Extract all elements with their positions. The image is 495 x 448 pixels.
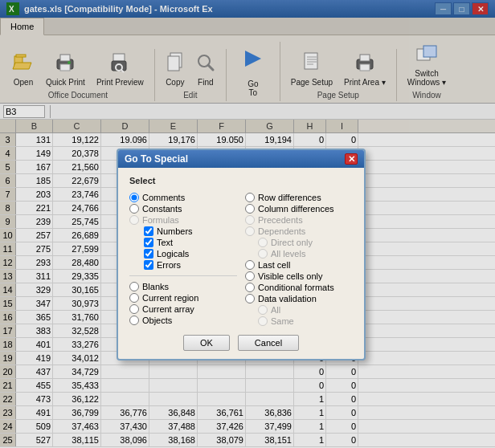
option-conditional-formats: Conditional formats: [245, 282, 353, 293]
option-constants: Constants: [129, 203, 237, 214]
option-blanks: Blanks: [129, 281, 237, 292]
ok-button[interactable]: OK: [183, 335, 230, 351]
option-precedents: Precedents: [245, 214, 353, 226]
blanks-radio[interactable]: [129, 282, 139, 291]
right-options: Row differences Column differences Prece…: [245, 192, 353, 327]
constants-label: Constants: [142, 204, 182, 214]
dialog-overlay: Go To Special ✕ Select Comments Constant…: [0, 0, 495, 448]
option-dependents: Dependents: [245, 226, 353, 237]
objects-label: Objects: [142, 316, 172, 325]
option-comments: Comments: [129, 192, 237, 203]
option-direct-only: Direct only: [245, 237, 353, 248]
option-data-validation: Data validation: [245, 293, 353, 304]
option-row-differences: Row differences: [245, 192, 353, 203]
visible-cells-radio[interactable]: [245, 271, 255, 281]
visible-cells-label: Visible cells only: [258, 271, 323, 281]
option-text: Text: [129, 237, 237, 248]
comments-label: Comments: [142, 193, 185, 202]
dependents-radio: [245, 226, 255, 236]
option-current-array: Current array: [129, 303, 237, 315]
precedents-label: Precedents: [258, 215, 303, 225]
current-region-label: Current region: [142, 293, 198, 303]
column-differences-radio[interactable]: [245, 204, 255, 214]
errors-checkbox[interactable]: [144, 260, 153, 270]
divider-1: [129, 275, 237, 276]
dialog-title-text: Go To Special: [125, 153, 188, 165]
text-label: Text: [157, 238, 173, 247]
current-region-radio[interactable]: [129, 293, 139, 303]
data-validation-radio[interactable]: [245, 294, 255, 303]
same-radio: [258, 316, 268, 326]
current-array-radio[interactable]: [129, 304, 139, 314]
formulas-radio: [129, 215, 139, 225]
option-all-levels: All levels: [245, 248, 353, 259]
dialog-title-bar: Go To Special ✕: [118, 150, 364, 168]
dialog-body: Select Comments Constants Formulas: [118, 168, 364, 359]
row-differences-label: Row differences: [258, 193, 321, 202]
numbers-label: Numbers: [157, 226, 193, 236]
option-current-region: Current region: [129, 292, 237, 303]
go-to-special-dialog: Go To Special ✕ Select Comments Constant…: [117, 149, 366, 360]
objects-radio[interactable]: [129, 316, 139, 325]
dialog-section-label: Select: [129, 176, 353, 185]
all-label: All: [271, 305, 280, 315]
cancel-button[interactable]: Cancel: [238, 335, 299, 351]
conditional-formats-radio[interactable]: [245, 283, 255, 292]
logicals-checkbox[interactable]: [144, 249, 153, 259]
dialog-buttons: OK Cancel: [129, 335, 353, 351]
logicals-label: Logicals: [157, 249, 189, 259]
text-checkbox[interactable]: [144, 238, 153, 247]
numbers-checkbox[interactable]: [144, 226, 153, 236]
column-differences-label: Column differences: [258, 204, 334, 214]
errors-label: Errors: [157, 260, 181, 270]
data-validation-label: Data validation: [258, 294, 317, 303]
current-array-label: Current array: [142, 304, 194, 314]
option-column-differences: Column differences: [245, 203, 353, 214]
conditional-formats-label: Conditional formats: [258, 283, 334, 292]
dependents-label: Dependents: [258, 226, 305, 236]
last-cell-radio[interactable]: [245, 260, 255, 270]
comments-radio[interactable]: [129, 193, 139, 202]
row-differences-radio[interactable]: [245, 193, 255, 202]
dialog-close-button[interactable]: ✕: [345, 153, 358, 165]
precedents-radio: [245, 215, 255, 225]
direct-only-radio: [258, 238, 268, 247]
all-levels-radio: [258, 249, 268, 259]
option-visible-cells: Visible cells only: [245, 271, 353, 282]
last-cell-label: Last cell: [258, 260, 290, 270]
all-levels-label: All levels: [271, 249, 305, 259]
option-same: Same: [245, 316, 353, 327]
same-label: Same: [271, 316, 294, 326]
option-objects: Objects: [129, 315, 237, 326]
left-options: Comments Constants Formulas Numbers: [129, 192, 237, 327]
options-container: Comments Constants Formulas Numbers: [129, 192, 353, 327]
blanks-label: Blanks: [142, 282, 169, 291]
option-last-cell: Last cell: [245, 259, 353, 271]
direct-only-label: Direct only: [271, 238, 313, 247]
formulas-label: Formulas: [142, 215, 179, 225]
option-formulas: Formulas: [129, 214, 237, 226]
option-logicals: Logicals: [129, 248, 237, 259]
constants-radio[interactable]: [129, 204, 139, 214]
option-numbers: Numbers: [129, 226, 237, 237]
all-radio: [258, 305, 268, 315]
option-errors: Errors: [129, 259, 237, 271]
option-all: All: [245, 304, 353, 316]
